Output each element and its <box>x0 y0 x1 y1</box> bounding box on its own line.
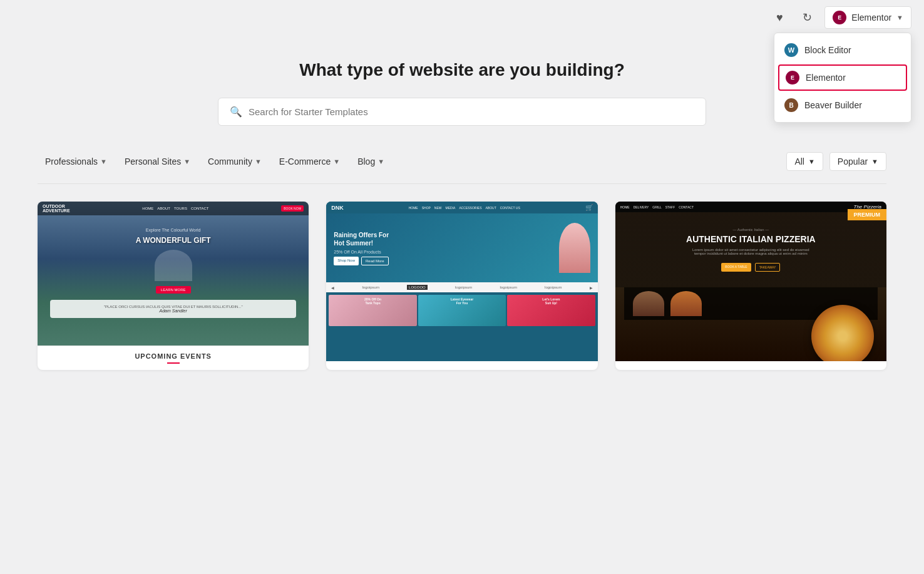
type-filter-select[interactable]: All ▼ <box>786 152 823 171</box>
template-card-dnk[interactable]: DNK HOME SHOP NEW MEDIA ACCESSORIES ABOU… <box>326 202 597 370</box>
outdoor-nav-links: HOMEABOUTTOURSCONTACT <box>142 207 208 210</box>
outdoor-title: A WONDERFUL GIFT <box>44 236 302 245</box>
dnk-hero-btns: Shop Now Read More <box>334 257 389 265</box>
type-filter-label: All <box>794 156 804 167</box>
outdoor-testimonial: "PLACE ORCI CURSUS IACULIS QUIS VITAE DU… <box>50 300 296 318</box>
elementor-label: Elementor <box>806 73 846 83</box>
page-builder-menu: W Block Editor E Elementor B Beaver Buil… <box>774 33 911 123</box>
dnk-cart-icon: 🛒 <box>585 204 593 211</box>
search-icon: 🔍 <box>230 106 242 118</box>
template-grid: OUTDOORADVENTURE HOMEABOUTTOURSCONTACT B… <box>38 202 886 370</box>
dnk-product-1: 20% Off OnTank Tops <box>329 295 416 326</box>
outdoor-cta-btn: LEARN MORE <box>156 286 191 294</box>
block-editor-label: Block Editor <box>804 45 851 55</box>
outdoor-nav-cta: BOOK NOW <box>281 205 304 212</box>
upcoming-events-title: UPCOMING EVENTS <box>44 352 302 360</box>
dnk-shop-btn: Shop Now <box>334 257 359 265</box>
elementor-menu-icon: E <box>786 71 799 85</box>
dnk-brand-logos: ◀ logoipsum LOGOOO logoipsum logoipsum l… <box>326 282 597 292</box>
ecommerce-label: E-Commerce <box>279 156 331 167</box>
blog-chevron-icon: ▼ <box>377 158 384 165</box>
filter-professionals[interactable]: Professionals ▼ <box>38 153 115 170</box>
professionals-chevron-icon: ▼ <box>100 158 107 165</box>
pizzeria-hero: — Authentic Italian — AUTHENTIC ITALIAN … <box>615 212 886 287</box>
category-filters: Professionals ▼ Personal Sites ▼ Communi… <box>38 153 392 170</box>
page-builder-dropdown[interactable]: E Elementor ▼ <box>824 6 911 29</box>
dnk-mockup-nav: DNK HOME SHOP NEW MEDIA ACCESSORIES ABOU… <box>326 202 597 213</box>
pizza-image <box>811 305 874 361</box>
top-bar: ♥ ↻ E Elementor ▼ <box>0 0 924 35</box>
filter-ecommerce[interactable]: E-Commerce ▼ <box>272 153 347 170</box>
upcoming-events-underline <box>167 362 180 364</box>
personal-sites-label: Personal Sites <box>125 156 181 167</box>
search-bar: 🔍 <box>218 98 706 126</box>
outdoor-subtitle: Explore The Colourful World <box>44 228 302 232</box>
community-label: Community <box>208 156 252 167</box>
ecommerce-chevron-icon: ▼ <box>333 158 340 165</box>
dropdown-chevron-icon: ▼ <box>896 14 903 21</box>
template-card-pizzeria[interactable]: PREMIUM HOME DELIVERY GRILL STAFF CONTAC… <box>615 202 886 370</box>
premium-badge: PREMIUM <box>848 209 887 220</box>
personal-sites-chevron-icon: ▼ <box>183 158 190 165</box>
sort-chevron-icon: ▼ <box>871 158 878 165</box>
pizzeria-title: AUTHENTIC ITALIAN PIZZERIA <box>686 234 816 244</box>
dnk-product-3: Let's LoremSuit Up! <box>507 295 595 326</box>
pizzeria-cta-btns: BOOK A TABLE TAKEAWAY <box>721 263 780 272</box>
template-card-outdoor[interactable]: OUTDOORADVENTURE HOMEABOUTTOURSCONTACT B… <box>38 202 309 370</box>
template-preview-dnk: DNK HOME SHOP NEW MEDIA ACCESSORIES ABOU… <box>326 202 597 361</box>
dnk-hero: Raining Offers ForHot Summer! 25% Off On… <box>326 213 597 282</box>
outdoor-brand: OUTDOORADVENTURE <box>43 204 70 213</box>
filter-bar: Professionals ▼ Personal Sites ▼ Communi… <box>38 146 886 184</box>
sort-controls: All ▼ Popular ▼ <box>786 152 886 171</box>
sort-select[interactable]: Popular ▼ <box>829 152 886 171</box>
page-title: What type of website are you building? <box>38 60 886 80</box>
sort-label: Popular <box>838 156 868 167</box>
filter-blog[interactable]: Blog ▼ <box>350 153 392 170</box>
dnk-hero-subtitle: 25% Off On All Products <box>334 250 389 254</box>
beaver-builder-label: Beaver Builder <box>804 100 862 110</box>
refresh-icon[interactable]: ↻ <box>797 8 817 28</box>
dnk-readmore-btn: Read More <box>361 257 389 265</box>
blog-label: Blog <box>357 156 375 167</box>
dnk-nav-links: HOME SHOP NEW MEDIA ACCESSORIES ABOUT CO… <box>409 206 520 210</box>
filter-personal-sites[interactable]: Personal Sites ▼ <box>117 153 198 170</box>
dnk-product-2: Latest EyewearFor You <box>418 295 506 326</box>
pizza-circle <box>811 305 874 361</box>
template-preview-outdoor: OUTDOORADVENTURE HOMEABOUTTOURSCONTACT B… <box>38 202 309 346</box>
pizzeria-nav-links: HOME DELIVERY GRILL STAFF CONTACT <box>620 205 694 209</box>
pizzeria-takeaway-btn: TAKEAWAY <box>755 263 781 272</box>
filter-community[interactable]: Community ▼ <box>200 153 269 170</box>
dnk-products-row: 20% Off OnTank Tops Latest EyewearFor Yo… <box>326 292 597 329</box>
dropdown-item-elementor[interactable]: E Elementor <box>778 64 907 91</box>
pizzeria-book-btn: BOOK A TABLE <box>721 263 751 272</box>
dropdown-item-block-editor[interactable]: W Block Editor <box>774 37 911 63</box>
outdoor-hero: Explore The Colourful World A WONDERFUL … <box>38 215 309 300</box>
outdoor-mockup-nav: OUTDOORADVENTURE HOMEABOUTTOURSCONTACT B… <box>38 202 309 215</box>
pizzeria-mockup-nav: HOME DELIVERY GRILL STAFF CONTACT The Pi… <box>615 202 886 212</box>
elementor-icon: E <box>833 11 846 24</box>
upcoming-events-footer: UPCOMING EVENTS <box>38 346 309 370</box>
dropdown-label: Elementor <box>851 13 891 23</box>
community-chevron-icon: ▼ <box>255 158 262 165</box>
dnk-hero-title: Raining Offers ForHot Summer! <box>334 231 389 247</box>
dnk-brand: DNK <box>331 205 344 211</box>
favorites-icon[interactable]: ♥ <box>769 8 789 28</box>
professionals-label: Professionals <box>45 156 98 167</box>
pizzeria-tagline: — Authentic Italian — <box>732 228 769 232</box>
dnk-model-image <box>559 223 590 273</box>
dnk-hero-text: Raining Offers ForHot Summer! 25% Off On… <box>334 231 389 265</box>
dropdown-item-beaver-builder[interactable]: B Beaver Builder <box>774 92 911 118</box>
search-input[interactable] <box>249 106 694 117</box>
template-preview-pizzeria: PREMIUM HOME DELIVERY GRILL STAFF CONTAC… <box>615 202 886 361</box>
type-filter-chevron-icon: ▼ <box>808 158 815 165</box>
pizzeria-description: Lorem ipsum dolor sit amet consectetur a… <box>688 248 813 255</box>
beaver-builder-icon: B <box>784 98 798 112</box>
wordpress-icon: W <box>784 43 798 57</box>
